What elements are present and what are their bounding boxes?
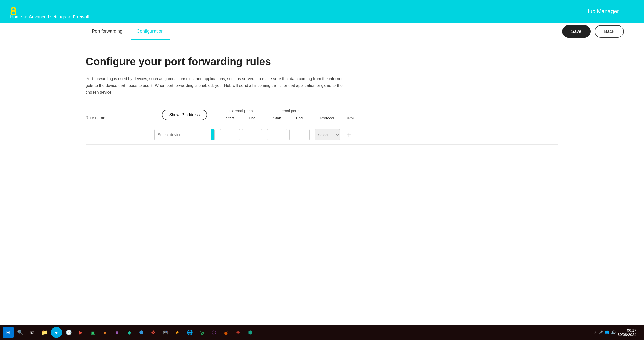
internal-ports-group: Internal ports Start End <box>267 109 310 120</box>
main-content: Configure your port forwarding rules Por… <box>0 40 644 325</box>
device-select-wrapper: ? <box>154 129 215 140</box>
breadcrumb-advanced[interactable]: Advanced settings <box>29 14 66 20</box>
description-text: Port forwarding is used by devices, such… <box>86 76 343 94</box>
ext-ports-inputs <box>220 129 262 140</box>
taskbar-explorer-icon[interactable]: 📁 <box>39 327 50 338</box>
protocol-header: Protocol <box>315 116 340 120</box>
taskbar-app-12[interactable]: 🌐 <box>184 327 195 338</box>
rule-name-input[interactable] <box>86 129 151 140</box>
time-display: 06:17 <box>618 328 636 332</box>
taskbar-app-13[interactable]: ◎ <box>196 327 207 338</box>
taskbar-app-17[interactable]: ⬢ <box>244 327 256 338</box>
taskbar-app-9[interactable]: ❖ <box>148 327 159 338</box>
ext-start-input[interactable] <box>220 129 240 140</box>
hub-manager-title: Hub Manager <box>585 8 619 15</box>
date-display: 30/08/2024 <box>618 332 636 337</box>
taskbar-time: 06:17 30/08/2024 <box>618 328 636 337</box>
table-header: Rule name Show IP address External ports… <box>86 109 558 123</box>
taskbar-app-1[interactable]: ● <box>51 327 62 338</box>
taskbar-app-16[interactable]: ◈ <box>232 327 243 338</box>
int-end-input[interactable] <box>289 129 310 140</box>
internal-ports-label: Internal ports <box>267 109 310 114</box>
upnp-header: UPnP <box>343 116 358 120</box>
tab-port-forwarding[interactable]: Port forwarding <box>86 23 129 40</box>
show-ip-area: Show IP address <box>154 110 215 120</box>
taskbar-app-8[interactable]: ⬟ <box>136 327 147 338</box>
int-end-header: End <box>289 116 310 120</box>
taskbar-mic-icon[interactable]: 🎤 <box>599 330 603 334</box>
taskbar-volume-icon[interactable]: 🔊 <box>611 330 616 334</box>
taskbar-network-icon[interactable]: 🌐 <box>605 330 609 334</box>
taskbar-tray: ∧ 🎤 🌐 🔊 06:17 30/08/2024 <box>594 328 641 337</box>
save-button[interactable]: Save <box>562 25 591 38</box>
taskbar: ⊞ 🔍 ⧉ 📁 ● 🕐 ▶ ▣ ● ■ ◆ ⬟ ❖ 🎮 ★ 🌐 ◎ ⬡ ◉ ◈ … <box>0 325 644 340</box>
int-start-header: Start <box>267 116 287 120</box>
device-help-icon[interactable]: ? <box>211 129 215 140</box>
taskbar-app-11[interactable]: ★ <box>172 327 183 338</box>
protocol-select[interactable]: Select... TCP UDP Both <box>315 129 340 140</box>
taskbar-app-4[interactable]: ▣ <box>87 327 98 338</box>
add-row-button[interactable]: + <box>344 130 354 140</box>
col-rule-name-header: Rule name <box>86 116 151 120</box>
breadcrumb-sep1: > <box>24 14 27 20</box>
tab-actions: Save Back <box>562 25 624 38</box>
taskbar-app-3[interactable]: ▶ <box>75 327 86 338</box>
breadcrumb-home[interactable]: Home <box>10 14 22 20</box>
taskbar-search-icon[interactable]: 🔍 <box>15 327 26 338</box>
taskbar-chevron[interactable]: ∧ <box>594 330 597 334</box>
breadcrumb-current: Firewall <box>73 14 89 20</box>
ext-start-header: Start <box>220 116 240 120</box>
taskbar-app-7[interactable]: ◆ <box>124 327 135 338</box>
show-ip-button[interactable]: Show IP address <box>162 110 207 120</box>
taskbar-app-10[interactable]: 🎮 <box>160 327 171 338</box>
page-title: Configure your port forwarding rules <box>86 56 558 68</box>
tab-configuration[interactable]: Configuration <box>131 23 170 40</box>
int-ports-inputs <box>267 129 310 140</box>
taskbar-start-icon[interactable]: ⊞ <box>3 327 14 338</box>
taskbar-taskview-icon[interactable]: ⧉ <box>27 327 38 338</box>
table-row: ? Select... TCP UDP Both + <box>86 125 558 145</box>
back-button[interactable]: Back <box>595 25 624 38</box>
page-description: Port forwarding is used by devices, such… <box>86 75 350 96</box>
tab-bar: Port forwarding Configuration Save Back <box>0 23 644 40</box>
breadcrumb: Home > Advanced settings > Firewall <box>10 14 89 20</box>
external-ports-label: External ports <box>220 109 262 114</box>
taskbar-app-15[interactable]: ◉ <box>220 327 231 338</box>
ext-end-header: End <box>242 116 262 120</box>
breadcrumb-sep2: > <box>68 14 71 20</box>
device-select-input[interactable] <box>155 129 211 140</box>
taskbar-app-2[interactable]: 🕐 <box>63 327 74 338</box>
external-ports-group: External ports Start End <box>220 109 262 120</box>
header: 8 Hub Manager Home > Advanced settings >… <box>0 0 644 23</box>
int-start-input[interactable] <box>267 129 287 140</box>
taskbar-app-5[interactable]: ● <box>99 327 110 338</box>
taskbar-app-6[interactable]: ■ <box>111 327 122 338</box>
ext-end-input[interactable] <box>242 129 262 140</box>
taskbar-app-14[interactable]: ⬡ <box>208 327 219 338</box>
